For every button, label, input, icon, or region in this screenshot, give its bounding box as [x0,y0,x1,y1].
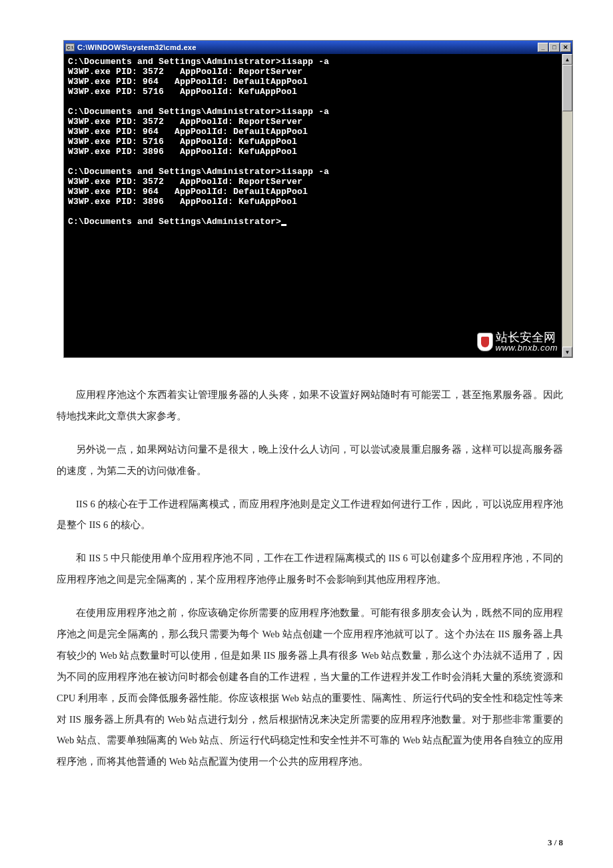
close-button[interactable]: ✕ [560,43,571,52]
scroll-up-button[interactable]: ▲ [562,54,572,65]
cursor-icon [281,224,287,226]
window-controls: _ □ ✕ [538,43,571,52]
minimize-button[interactable]: _ [538,43,548,52]
page-number: 3 / 8 [548,837,563,848]
watermark-url: www.bnxb.com [496,343,558,352]
watermark-text: 站长安全网 www.bnxb.com [496,331,558,352]
scroll-thumb[interactable] [562,65,572,111]
paragraph: IIS 6 的核心在于工作进程隔离模式，而应用程序池则是定义工作进程如何进行工作… [57,494,563,537]
scrollbar[interactable]: ▲ ▼ [562,54,572,357]
paragraph: 和 IIS 5 中只能使用单个应用程序池不同，工作在工作进程隔离模式的 IIS … [57,548,563,591]
watermark-title: 站长安全网 [496,331,558,343]
cmd-body: C:\Documents and Settings\Administrator>… [64,54,572,357]
scroll-track[interactable] [562,65,572,347]
maximize-button[interactable]: □ [549,43,560,52]
paragraph: 在使用应用程序池之前，你应该确定你所需要的应用程序池数量。可能有很多朋友会认为，… [57,603,563,773]
cmd-window: C:\ C:\WINDOWS\system32\cmd.exe _ □ ✕ C:… [63,40,573,358]
cmd-icon: C:\ [65,43,75,51]
paragraph: 另外说一点，如果网站访问量不是很大，晚上没什么人访问，可以尝试凌晨重启服务器，这… [57,439,563,482]
paragraph: 应用程序池这个东西着实让管理服务器的人头疼，如果不设置好网站随时有可能罢工，甚至… [57,385,563,427]
cmd-title: C:\WINDOWS\system32\cmd.exe [77,43,538,51]
scroll-down-button[interactable]: ▼ [562,347,572,357]
article-body: 应用程序池这个东西着实让管理服务器的人头疼，如果不设置好网站随时有可能罢工，甚至… [0,358,613,773]
shield-icon [477,333,493,351]
cmd-output[interactable]: C:\Documents and Settings\Administrator>… [64,54,562,357]
watermark: 站长安全网 www.bnxb.com [477,331,558,352]
cmd-titlebar[interactable]: C:\ C:\WINDOWS\system32\cmd.exe _ □ ✕ [64,41,572,54]
